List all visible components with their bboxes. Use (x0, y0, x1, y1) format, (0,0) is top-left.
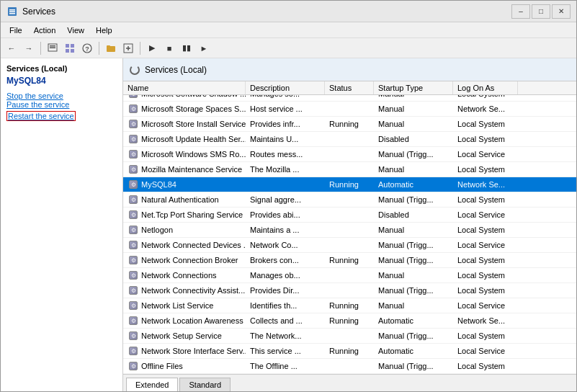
table-row[interactable]: ⚙Mozilla Maintenance ServiceThe Mozilla … (123, 162, 576, 177)
table-row[interactable]: ⚙Natural AuthenticationSignal aggre...Ma… (123, 192, 576, 208)
browse-button[interactable] (120, 40, 136, 56)
forward-button[interactable]: → (21, 40, 37, 56)
cell-startup: Automatic (374, 179, 453, 190)
cell-desc: Network Co... (246, 239, 325, 251)
window-title: Services (22, 6, 511, 17)
title-bar: Services – □ ✕ (1, 1, 576, 22)
window-icon (6, 6, 18, 17)
table-row[interactable]: ⚙Microsoft Update Health Ser...Maintains… (123, 132, 576, 147)
service-table[interactable]: Name Description Status Startup Type Log… (123, 81, 576, 374)
cell-desc: Routes mess... (246, 148, 325, 160)
pause-service-link[interactable]: Pause the service (6, 100, 69, 109)
cell-name: ⚙Network Connectivity Assist... (123, 283, 246, 298)
table-row[interactable]: ⚙Microsoft Storage Spaces S...Host servi… (123, 102, 576, 117)
table-row[interactable]: ⚙Offline FilesThe Offline ...Manual (Tri… (123, 359, 576, 374)
up-button[interactable] (45, 40, 61, 56)
col-header-name[interactable]: Name (123, 81, 246, 94)
service-name-text: Microsoft Update Health Ser... (141, 135, 246, 143)
svg-rect-9 (66, 49, 69, 53)
table-row[interactable]: ⚙Microsoft Store Install ServiceProvides… (123, 117, 576, 132)
col-header-startup[interactable]: Startup Type (374, 81, 453, 94)
cell-startup: Manual (Trigg... (374, 360, 453, 372)
cell-desc: Manages ob... (246, 270, 325, 281)
menu-file[interactable]: File (4, 24, 28, 36)
table-row[interactable]: ⚙Network Connectivity Assist...Provides … (123, 283, 576, 298)
folder-button[interactable] (103, 40, 119, 56)
minimize-button[interactable]: – (511, 4, 530, 19)
svg-rect-5 (50, 45, 55, 47)
help-button[interactable]: ? (79, 40, 95, 56)
cell-logon: Local Service (453, 239, 518, 251)
service-icon: ⚙ (128, 133, 139, 145)
service-icon: ⚙ (128, 194, 139, 205)
maximize-button[interactable]: □ (532, 4, 550, 19)
tab-extended[interactable]: Extended (126, 378, 178, 391)
cell-desc: This service ... (246, 345, 325, 357)
table-row[interactable]: ⚙NetlogonMaintains a ...ManualLocal Syst… (123, 223, 576, 238)
cell-desc: Provides Dir... (246, 285, 325, 296)
cell-logon: Local System (453, 224, 518, 236)
cell-startup: Manual (Trigg... (374, 285, 453, 296)
cell-logon: Local System (453, 270, 518, 281)
col-header-logon[interactable]: Log On As (453, 81, 518, 94)
cell-status (325, 168, 374, 171)
service-icon: ⚙ (128, 164, 139, 175)
svg-rect-1 (9, 9, 15, 11)
cell-logon: Local System (453, 285, 518, 296)
table-row[interactable]: ⚙Network List ServiceIdentifies th...Run… (123, 298, 576, 313)
toolbar-separator-3 (140, 42, 140, 55)
cell-status (325, 334, 374, 337)
col-header-status[interactable]: Status (325, 81, 374, 94)
service-name-text: Network Store Interface Serv... (141, 347, 246, 355)
service-icon: ⚙ (128, 285, 139, 296)
restart-button[interactable]: ► (196, 40, 212, 56)
service-name-text: Offline Files (141, 362, 183, 370)
service-name-text: Network Connected Devices ... (141, 241, 246, 249)
menu-view[interactable]: View (61, 24, 90, 36)
cell-status (325, 213, 374, 216)
cell-desc: Maintains U... (246, 133, 325, 145)
cell-startup: Manual (Trigg... (374, 239, 453, 251)
close-button[interactable]: ✕ (552, 4, 571, 19)
stop-button[interactable]: ■ (161, 40, 177, 56)
view-button[interactable] (62, 40, 78, 56)
menu-bar: File Action View Help (1, 22, 576, 38)
restart-service-link[interactable]: Restart the service (6, 111, 76, 121)
svg-rect-6 (50, 47, 55, 48)
toolbar-separator-2 (99, 42, 99, 55)
service-name-text: Mozilla Maintenance Service (141, 165, 242, 174)
menu-help[interactable]: Help (90, 24, 118, 36)
menu-action[interactable]: Action (28, 24, 62, 36)
table-row[interactable]: ⚙Network ConnectionsManages ob...ManualL… (123, 268, 576, 283)
service-name-text: Net.Tcp Port Sharing Service (141, 210, 243, 219)
table-row[interactable]: ⚙MySQL84RunningAutomaticNetwork Se... (123, 177, 576, 192)
play-button[interactable]: ▶ (144, 40, 160, 56)
stop-service-link[interactable]: Stop the service (6, 92, 117, 100)
service-name-text: Network List Service (141, 301, 213, 310)
table-row[interactable]: ⚙Microsoft Windows SMS Ro...Routes mess.… (123, 147, 576, 162)
cell-name: ⚙Microsoft Store Install Service (123, 117, 246, 131)
table-row[interactable]: ⚙Net.Tcp Port Sharing ServiceProvides ab… (123, 208, 576, 223)
pause-button[interactable]: ▮▮ (179, 40, 194, 56)
cell-logon: Local System (453, 118, 518, 130)
cell-desc: Provides infr... (246, 118, 325, 130)
col-header-desc[interactable]: Description (246, 81, 325, 94)
cell-logon: Local System (453, 164, 518, 175)
tab-standard[interactable]: Standard (179, 378, 231, 391)
table-row[interactable]: ⚙Network Store Interface Serv...This ser… (123, 344, 576, 359)
svg-rect-8 (71, 44, 74, 48)
cell-logon: Local System (453, 254, 518, 266)
service-icon: ⚙ (128, 300, 139, 311)
table-row[interactable]: ⚙Network Location AwarenessCollects and … (123, 313, 576, 329)
table-body: ⚙Microsoft Keyboard FilterControls key..… (123, 81, 576, 374)
cell-logon: Local System (453, 360, 518, 372)
table-row[interactable]: ⚙Network Connected Devices ...Network Co… (123, 238, 576, 253)
cell-name: ⚙Network List Service (123, 298, 246, 313)
panel-header: Services (Local) (123, 58, 576, 81)
table-row[interactable]: ⚙Network Connection BrokerBrokers con...… (123, 253, 576, 268)
cell-startup: Manual (374, 300, 453, 311)
cell-startup: Manual (374, 224, 453, 236)
service-icon: ⚙ (128, 209, 139, 220)
back-button[interactable]: ← (4, 40, 19, 56)
table-row[interactable]: ⚙Network Setup ServiceThe Network...Manu… (123, 329, 576, 344)
